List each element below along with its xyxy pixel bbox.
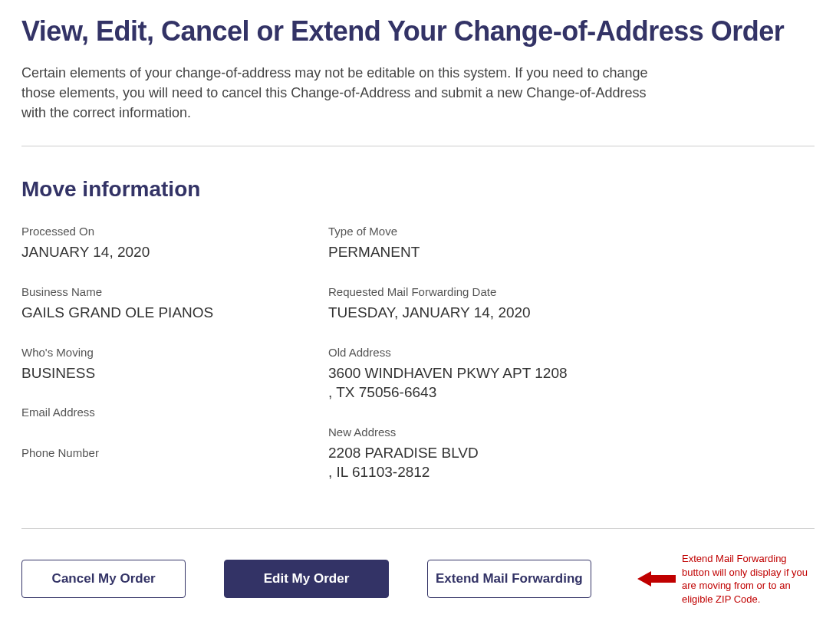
field-email: Email Address [21,406,282,423]
value-type-of-move: PERMANENT [328,242,589,262]
field-old-address: Old Address 3600 WINDHAVEN PKWY APT 1208… [328,346,589,402]
info-column-right: Type of Move PERMANENT Requested Mail Fo… [328,225,589,505]
value-forwarding-date: TUESDAY, JANUARY 14, 2020 [328,303,589,323]
divider-bottom [21,528,815,529]
label-forwarding-date: Requested Mail Forwarding Date [328,285,589,298]
value-business-name: GAILS GRAND OLE PIANOS [21,303,282,323]
field-business-name: Business Name GAILS GRAND OLE PIANOS [21,285,282,323]
label-whos-moving: Who's Moving [21,346,282,359]
field-processed-on: Processed On JANUARY 14, 2020 [21,225,282,262]
move-info-grid: Processed On JANUARY 14, 2020 Business N… [21,225,815,505]
label-processed-on: Processed On [21,225,282,238]
label-email: Email Address [21,406,282,419]
value-new-address: 2208 PARADISE BLVD , IL 61103-2812 [328,443,589,482]
svg-marker-0 [637,571,676,586]
info-column-left: Processed On JANUARY 14, 2020 Business N… [21,225,282,505]
field-type-of-move: Type of Move PERMANENT [328,225,589,262]
label-new-address: New Address [328,426,589,439]
field-new-address: New Address 2208 PARADISE BLVD , IL 6110… [328,426,589,482]
value-processed-on: JANUARY 14, 2020 [21,242,282,262]
intro-paragraph: Certain elements of your change-of-addre… [21,63,673,123]
field-whos-moving: Who's Moving BUSINESS [21,346,282,383]
field-phone: Phone Number [21,446,282,464]
annotation-text: Extend Mail Forwarding button will only … [682,552,815,606]
label-phone: Phone Number [21,446,282,459]
label-old-address: Old Address [328,346,589,359]
value-whos-moving: BUSINESS [21,363,282,383]
field-forwarding-date: Requested Mail Forwarding Date TUESDAY, … [328,285,589,323]
page-title: View, Edit, Cancel or Extend Your Change… [21,15,815,48]
cancel-order-button[interactable]: Cancel My Order [21,560,186,598]
value-old-address: 3600 WINDHAVEN PKWY APT 1208 , TX 75056-… [328,363,589,402]
extend-mail-forwarding-button[interactable]: Extend Mail Forwarding [427,560,591,598]
button-row: Cancel My Order Edit My Order Extend Mai… [21,552,815,606]
section-title-move-info: Move information [21,177,815,202]
label-type-of-move: Type of Move [328,225,589,238]
edit-order-button[interactable]: Edit My Order [224,560,388,598]
label-business-name: Business Name [21,285,282,298]
annotation: Extend Mail Forwarding button will only … [637,552,815,606]
divider-top [21,146,815,146]
arrow-left-icon [637,570,676,588]
